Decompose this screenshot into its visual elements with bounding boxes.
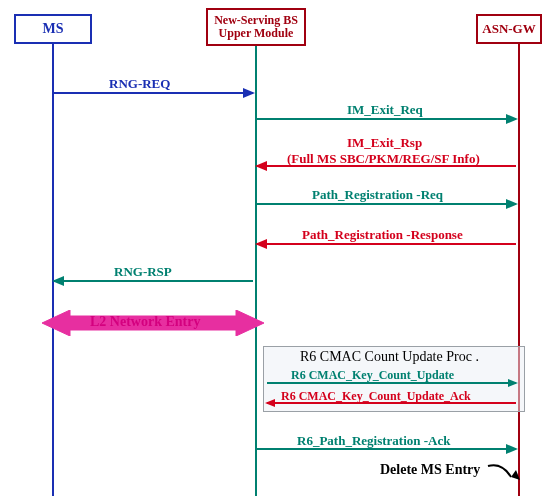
msg-im-exit-req-label: IM_Exit_Req [347,102,423,118]
actor-gw-label: ASN-GW [482,22,535,36]
msg-rng-req-label: RNG-REQ [109,76,170,92]
msg-path-reg-ack-label: R6_Path_Registration -Ack [297,433,450,449]
self-arrow-icon [486,462,526,488]
arrow-right-icon [506,199,518,209]
msg-im-exit-rsp-sub: (Full MS SBC/PKM/REG/SF Info) [287,151,480,167]
svg-marker-1 [511,470,520,480]
actor-bs: New-Serving BS Upper Module [206,8,306,46]
msg-rng-rsp-label: RNG-RSP [114,264,172,280]
msg-path-reg-rsp-label: Path_Registration -Response [302,227,463,243]
arrow-left-icon [52,276,64,286]
sequence-diagram: MS New-Serving BS Upper Module ASN-GW RN… [0,0,550,503]
msg-im-exit-rsp: IM_Exit_Rsp (Full MS SBC/PKM/REG/SF Info… [257,165,516,167]
msg-rng-rsp: RNG-RSP [54,280,253,282]
msg-path-reg-ack: R6_Path_Registration -Ack [257,448,516,450]
msg-im-exit-rsp-label: IM_Exit_Rsp [347,135,422,151]
lifeline-gw [518,44,520,496]
msg-cmac-ack-label: R6 CMAC_Key_Count_Update_Ack [281,389,471,404]
lifeline-ms [52,44,54,496]
group-title: R6 CMAC Count Update Proc . [300,349,479,365]
actor-bs-label-2: Upper Module [219,27,294,40]
l2-network-entry-arrow: L2 Network Entry [42,310,264,336]
msg-cmac-update-label: R6 CMAC_Key_Count_Update [291,368,454,383]
arrow-left-icon [255,161,267,171]
actor-ms-label: MS [43,21,64,36]
msg-cmac-ack: R6 CMAC_Key_Count_Update_Ack [267,402,516,404]
lifeline-bs [255,44,257,496]
arrow-left-icon [255,239,267,249]
msg-im-exit-req: IM_Exit_Req [257,118,516,120]
l2-entry-label: L2 Network Entry [90,314,200,330]
actor-ms: MS [14,14,92,44]
arrow-left-icon [265,399,275,407]
arrow-right-icon [506,114,518,124]
delete-ms-entry-label: Delete MS Entry [380,462,480,478]
msg-rng-req: RNG-REQ [54,92,253,94]
arrow-right-icon [506,444,518,454]
msg-path-reg-req: Path_Registration -Req [257,203,516,205]
msg-path-reg-rsp: Path_Registration -Response [257,243,516,245]
msg-path-reg-req-label: Path_Registration -Req [312,187,443,203]
arrow-right-icon [243,88,255,98]
msg-cmac-update: R6 CMAC_Key_Count_Update [267,382,516,384]
actor-gw: ASN-GW [476,14,542,44]
arrow-right-icon [508,379,518,387]
